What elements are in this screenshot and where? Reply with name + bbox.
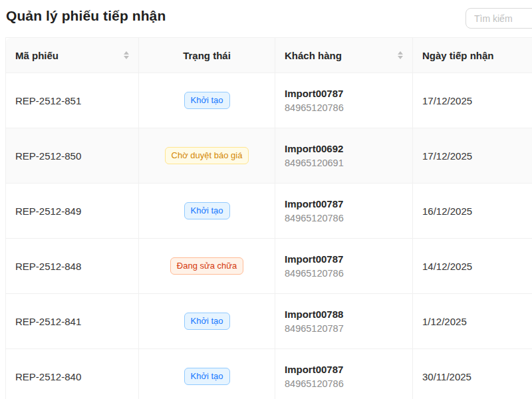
table-row[interactable]: REP-2512-848 Đang sửa chữa Import00787 8… bbox=[6, 239, 532, 294]
customer-phone: 84965120787 bbox=[285, 323, 403, 334]
customer-name: Import00787 bbox=[285, 253, 403, 265]
customer-name: Import00788 bbox=[285, 309, 403, 320]
ticket-code: REP-2512-840 bbox=[15, 371, 81, 382]
status-badge: Khởi tạo bbox=[184, 92, 230, 109]
customer-cell: Import00788 84965120787 bbox=[275, 294, 413, 349]
status-cell: Đang sửa chữa bbox=[139, 239, 275, 294]
table-header-row: Mã phiếu Trạng thái Khách hàng bbox=[6, 38, 532, 73]
column-header-ma-phieu[interactable]: Mã phiếu bbox=[6, 38, 139, 73]
customer-phone: 84965120786 bbox=[285, 268, 403, 279]
table-row[interactable]: REP-2512-849 Khởi tạo Import00787 849651… bbox=[6, 184, 532, 239]
status-cell: Khởi tạo bbox=[139, 73, 275, 128]
column-header-trang-thai: Trạng thái bbox=[139, 38, 275, 73]
ticket-code-cell: REP-2512-849 bbox=[6, 184, 139, 239]
column-header-label: Khách hàng bbox=[285, 50, 342, 61]
sort-icon[interactable] bbox=[398, 51, 403, 59]
date-cell: 30/11/2025 bbox=[413, 349, 532, 399]
customer-name: Import00692 bbox=[285, 143, 403, 154]
customer-cell: Import00787 84965120786 bbox=[275, 349, 413, 399]
date-cell: 17/12/2025 bbox=[413, 73, 532, 128]
tickets-table: Mã phiếu Trạng thái Khách hàng bbox=[5, 37, 532, 399]
received-date: 14/12/2025 bbox=[422, 261, 472, 272]
customer-cell: Import00787 84965120786 bbox=[275, 239, 413, 294]
customer-phone: 84965120786 bbox=[285, 378, 403, 389]
search-input[interactable] bbox=[466, 8, 532, 29]
status-cell: Khởi tạo bbox=[139, 349, 275, 399]
page-title: Quản lý phiếu tiếp nhận bbox=[6, 8, 166, 24]
received-date: 17/12/2025 bbox=[422, 150, 472, 162]
ticket-code: REP-2512-848 bbox=[15, 261, 81, 272]
customer-phone: 84965120786 bbox=[285, 213, 403, 223]
table-row[interactable]: REP-2512-850 Chờ duyệt báo giá Import006… bbox=[6, 128, 532, 184]
customer-phone: 84965120691 bbox=[285, 158, 403, 168]
status-badge: Chờ duyệt báo giá bbox=[165, 147, 249, 164]
status-cell: Khởi tạo bbox=[139, 294, 275, 349]
table-row[interactable]: REP-2512-841 Khởi tạo Import00788 849651… bbox=[6, 294, 532, 349]
received-date: 17/12/2025 bbox=[422, 95, 472, 106]
column-header-label: Ngày tiếp nhận bbox=[422, 50, 494, 61]
ticket-code-cell: REP-2512-840 bbox=[6, 349, 139, 399]
customer-name: Import00787 bbox=[285, 364, 403, 375]
topbar: Quản lý phiếu tiếp nhận bbox=[0, 0, 532, 37]
column-header-label: Trạng thái bbox=[183, 50, 231, 61]
status-badge: Khởi tạo bbox=[184, 202, 230, 219]
ticket-code-cell: REP-2512-850 bbox=[6, 128, 139, 184]
customer-cell: Import00787 84965120786 bbox=[275, 184, 413, 239]
date-cell: 14/12/2025 bbox=[413, 239, 532, 294]
table-row[interactable]: REP-2512-840 Khởi tạo Import00787 849651… bbox=[6, 349, 532, 399]
date-cell: 16/12/2025 bbox=[413, 184, 532, 239]
date-cell: 1/12/2025 bbox=[413, 294, 532, 349]
column-header-ngay-tiep-nhan[interactable]: Ngày tiếp nhận bbox=[413, 38, 532, 73]
table-body: REP-2512-851 Khởi tạo Import00787 849651… bbox=[6, 73, 532, 399]
customer-phone: 84965120786 bbox=[285, 102, 403, 113]
status-badge: Khởi tạo bbox=[184, 313, 230, 330]
ticket-code: REP-2512-850 bbox=[15, 150, 81, 162]
table-row[interactable]: REP-2512-851 Khởi tạo Import00787 849651… bbox=[6, 73, 532, 128]
status-badge: Khởi tạo bbox=[184, 368, 230, 385]
customer-name: Import00787 bbox=[285, 88, 403, 99]
customer-cell: Import00787 84965120786 bbox=[275, 73, 413, 128]
ticket-code: REP-2512-841 bbox=[15, 316, 81, 327]
status-cell: Khởi tạo bbox=[139, 184, 275, 239]
ticket-code-cell: REP-2512-841 bbox=[6, 294, 139, 349]
received-date: 30/11/2025 bbox=[422, 371, 471, 382]
ticket-code-cell: REP-2512-848 bbox=[6, 239, 139, 294]
customer-name: Import00787 bbox=[285, 198, 403, 209]
date-cell: 17/12/2025 bbox=[413, 128, 532, 184]
sort-icon[interactable] bbox=[124, 51, 129, 59]
status-badge: Đang sửa chữa bbox=[170, 257, 243, 275]
customer-cell: Import00692 84965120691 bbox=[275, 128, 413, 184]
ticket-code: REP-2512-849 bbox=[15, 205, 81, 217]
status-cell: Chờ duyệt báo giá bbox=[139, 128, 275, 184]
ticket-code-cell: REP-2512-851 bbox=[6, 73, 139, 128]
column-header-label: Mã phiếu bbox=[15, 50, 59, 61]
column-header-khach-hang[interactable]: Khách hàng bbox=[275, 38, 413, 73]
ticket-code: REP-2512-851 bbox=[15, 95, 81, 106]
received-date: 1/12/2025 bbox=[422, 316, 467, 327]
received-date: 16/12/2025 bbox=[422, 205, 472, 217]
